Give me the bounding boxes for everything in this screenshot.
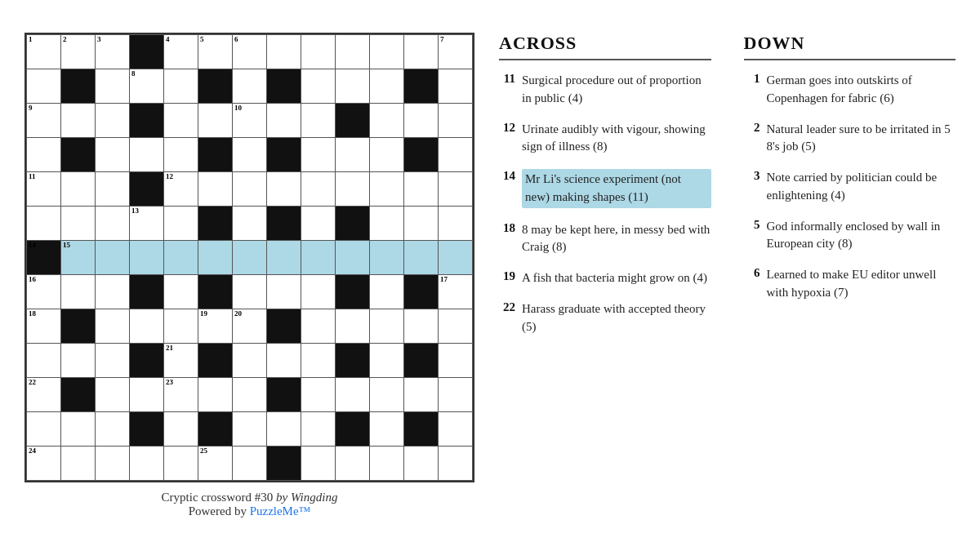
grid-cell[interactable] (164, 275, 198, 309)
grid-cell[interactable] (301, 207, 336, 241)
grid-cell[interactable]: 15 (61, 241, 96, 275)
grid-cell[interactable] (404, 172, 439, 207)
grid-cell[interactable] (336, 35, 370, 69)
grid-cell[interactable] (96, 309, 130, 344)
grid-cell[interactable] (96, 241, 130, 275)
grid-cell[interactable] (301, 447, 336, 481)
clue-item[interactable]: 22Harass graduate with accepted theory (… (499, 300, 711, 336)
grid-cell[interactable] (61, 138, 96, 172)
grid-cell[interactable]: 4 (164, 35, 198, 69)
clue-item[interactable]: 5God informally enclosed by wall in Euro… (744, 218, 956, 254)
grid-cell[interactable]: 12 (164, 172, 198, 207)
grid-cell[interactable] (130, 241, 164, 275)
grid-cell[interactable] (301, 35, 336, 69)
grid-cell[interactable] (164, 447, 198, 481)
grid-cell[interactable] (370, 207, 404, 241)
grid-cell[interactable] (336, 69, 370, 104)
clue-item[interactable]: 12Urinate audibly with vigour, showing s… (499, 121, 711, 157)
grid-cell[interactable]: 13 (130, 207, 164, 241)
grid-cell[interactable] (301, 309, 336, 344)
grid-cell[interactable]: 8 (130, 69, 164, 104)
grid-cell[interactable] (130, 35, 164, 69)
grid-cell[interactable] (130, 412, 164, 447)
grid-cell[interactable] (267, 275, 301, 309)
clue-item[interactable]: 6Learned to make EU editor unwell with h… (744, 266, 956, 302)
grid-cell[interactable] (267, 69, 301, 104)
clue-item[interactable]: 19A fish that bacteria might grow on (4) (499, 269, 711, 287)
grid-cell[interactable] (336, 309, 370, 344)
grid-cell[interactable] (404, 344, 439, 378)
grid-cell[interactable] (27, 69, 61, 104)
grid-cell[interactable]: 24 (27, 447, 61, 481)
grid-cell[interactable] (404, 138, 439, 172)
grid-cell[interactable] (198, 104, 233, 138)
grid-cell[interactable] (404, 35, 439, 69)
grid-cell[interactable] (233, 207, 267, 241)
grid-cell[interactable] (233, 412, 267, 447)
grid-cell[interactable] (61, 172, 96, 207)
grid-cell[interactable] (27, 412, 61, 447)
grid-cell[interactable] (198, 172, 233, 207)
grid-cell[interactable] (301, 275, 336, 309)
grid-cell[interactable] (96, 275, 130, 309)
grid-cell[interactable] (233, 378, 267, 412)
grid-cell[interactable] (61, 69, 96, 104)
grid-cell[interactable] (336, 275, 370, 309)
grid-cell[interactable] (198, 241, 233, 275)
grid-cell[interactable] (301, 378, 336, 412)
grid-cell[interactable] (439, 412, 473, 447)
grid-cell[interactable] (233, 275, 267, 309)
grid-cell[interactable] (439, 104, 473, 138)
grid-cell[interactable] (96, 344, 130, 378)
grid-cell[interactable] (370, 309, 404, 344)
grid-cell[interactable] (370, 138, 404, 172)
grid-cell[interactable]: 6 (233, 35, 267, 69)
grid-cell[interactable] (198, 412, 233, 447)
grid-cell[interactable] (404, 69, 439, 104)
grid-cell[interactable] (439, 69, 473, 104)
grid-cell[interactable] (336, 447, 370, 481)
grid-cell[interactable] (267, 207, 301, 241)
grid-cell[interactable] (130, 104, 164, 138)
grid-cell[interactable] (61, 309, 96, 344)
grid-cell[interactable] (164, 309, 198, 344)
grid-cell[interactable] (164, 207, 198, 241)
grid-cell[interactable] (267, 309, 301, 344)
grid-cell[interactable]: 19 (198, 309, 233, 344)
grid-cell[interactable] (301, 412, 336, 447)
grid-cell[interactable] (301, 344, 336, 378)
grid-cell[interactable] (404, 104, 439, 138)
grid-cell[interactable]: 17 (439, 275, 473, 309)
grid-cell[interactable] (198, 69, 233, 104)
grid-cell[interactable] (370, 378, 404, 412)
grid-cell[interactable]: 2 (61, 35, 96, 69)
grid-cell[interactable] (61, 104, 96, 138)
grid-cell[interactable] (267, 447, 301, 481)
grid-cell[interactable] (439, 172, 473, 207)
grid-cell[interactable] (370, 241, 404, 275)
grid-cell[interactable] (96, 447, 130, 481)
clue-item[interactable]: 3Note carried by politician could be enl… (744, 169, 956, 205)
grid-cell[interactable] (164, 412, 198, 447)
grid-cell[interactable] (198, 378, 233, 412)
grid-cell[interactable]: 22 (27, 378, 61, 412)
grid-cell[interactable] (439, 207, 473, 241)
grid-cell[interactable] (336, 378, 370, 412)
grid-cell[interactable] (61, 447, 96, 481)
grid-cell[interactable] (61, 275, 96, 309)
grid-cell[interactable] (233, 447, 267, 481)
grid-cell[interactable] (96, 138, 130, 172)
grid-cell[interactable] (267, 378, 301, 412)
grid-cell[interactable] (267, 35, 301, 69)
grid-cell[interactable] (233, 344, 267, 378)
grid-cell[interactable]: 21 (164, 344, 198, 378)
grid-cell[interactable] (404, 447, 439, 481)
grid-cell[interactable] (404, 412, 439, 447)
grid-cell[interactable]: 10 (233, 104, 267, 138)
grid-cell[interactable] (370, 172, 404, 207)
grid-cell[interactable] (96, 104, 130, 138)
grid-cell[interactable] (370, 69, 404, 104)
grid-cell[interactable] (301, 138, 336, 172)
clue-item[interactable]: 2Natural leader sure to be irritated in … (744, 121, 956, 157)
grid-cell[interactable] (233, 138, 267, 172)
